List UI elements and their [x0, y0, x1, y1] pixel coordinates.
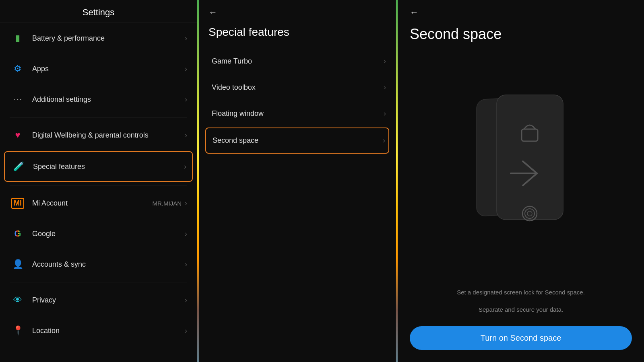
phone-illustration [398, 51, 644, 288]
sidebar-item-google[interactable]: G Google › [0, 218, 197, 249]
chevron-right-icon: › [184, 162, 186, 171]
chevron-right-icon: › [185, 95, 187, 104]
dots-icon: ⋯ [10, 91, 26, 107]
sidebar-item-label: Battery & performance [32, 34, 185, 43]
chevron-right-icon: › [185, 34, 187, 43]
feature-item-second-space[interactable]: Second space › [205, 128, 389, 154]
feature-item-video-toolbox[interactable]: Video toolbox › [199, 74, 396, 101]
divider [10, 282, 187, 282]
feature-label: Game Turbo [208, 57, 384, 66]
middle-panel: ← Special features Game Turbo › Video to… [199, 0, 396, 362]
middle-panel-title: Special features [199, 23, 396, 48]
sidebar-item-battery[interactable]: ▮ Battery & performance › [0, 23, 197, 53]
sidebar-item-label: Privacy [32, 296, 185, 304]
feature-label: Floating window [208, 109, 384, 118]
description-line1: Set a designated screen lock for Second … [398, 288, 644, 305]
settings-title: Settings [0, 0, 197, 23]
chevron-right-icon: › [185, 199, 187, 208]
right-panel-title: Second space [398, 23, 644, 51]
back-button[interactable]: ← [208, 7, 217, 18]
sidebar-item-mi-account[interactable]: MI Mi Account MR.MIJAN › [0, 188, 197, 218]
wellbeing-icon: ♥ [10, 127, 26, 143]
feature-label: Second space [209, 136, 383, 145]
sidebar-item-label: Google [32, 230, 185, 238]
sidebar-item-accounts[interactable]: 👤 Accounts & sync › [0, 249, 197, 280]
sidebar-item-label: Additional settings [32, 95, 185, 104]
sidebar-item-label: Accounts & sync [32, 260, 185, 269]
turn-on-second-space-button[interactable]: Turn on Second space [410, 326, 632, 350]
divider [10, 117, 187, 117]
right-back-button[interactable]: ← [410, 7, 419, 18]
chevron-right-icon: › [384, 109, 386, 118]
chevron-right-icon: › [185, 230, 187, 238]
battery-icon: ▮ [10, 30, 26, 46]
right-panel: ← Second space Set a designated screen l… [398, 0, 644, 362]
feature-label: Video toolbox [208, 83, 384, 92]
sidebar-item-label: Special features [33, 162, 184, 171]
chevron-right-icon: › [383, 136, 385, 145]
feature-item-game-turbo[interactable]: Game Turbo › [199, 48, 396, 74]
chevron-right-icon: › [384, 83, 386, 92]
left-panel: Settings ▮ Battery & performance › ⚙ App… [0, 0, 197, 362]
chevron-right-icon: › [185, 327, 187, 335]
sidebar-item-location[interactable]: 📍 Location › [0, 315, 197, 346]
special-features-icon: 🧪 [10, 158, 27, 175]
sidebar-item-special[interactable]: 🧪 Special features › [4, 151, 193, 182]
mi-icon: MI [10, 195, 26, 211]
sidebar-item-additional[interactable]: ⋯ Additional settings › [0, 84, 197, 115]
location-icon: 📍 [10, 323, 26, 339]
chevron-right-icon: › [185, 131, 187, 140]
sidebar-item-label: Mi Account [32, 199, 153, 208]
chevron-right-icon: › [185, 65, 187, 73]
sidebar-item-privacy[interactable]: 👁 Privacy › [0, 285, 197, 315]
privacy-icon: 👁 [10, 292, 26, 308]
chevron-right-icon: › [185, 260, 187, 269]
svg-rect-1 [497, 95, 563, 220]
sidebar-item-wellbeing[interactable]: ♥ Digital Wellbeing & parental controls … [0, 120, 197, 150]
chevron-right-icon: › [185, 296, 187, 304]
divider [10, 185, 187, 185]
chevron-right-icon: › [384, 57, 386, 66]
sidebar-item-apps[interactable]: ⚙ Apps › [0, 53, 197, 84]
gear-icon: ⚙ [10, 61, 26, 77]
mi-account-sub: MR.MIJAN [153, 200, 182, 207]
sidebar-item-label: Digital Wellbeing & parental controls [32, 131, 185, 140]
sidebar-item-label: Apps [32, 65, 185, 73]
accounts-icon: 👤 [10, 256, 26, 272]
sidebar-item-label: Location [32, 327, 185, 335]
description-line2: Separate and secure your data. [398, 305, 644, 323]
right-panel-header: ← [398, 0, 644, 23]
feature-item-floating-window[interactable]: Floating window › [199, 101, 396, 127]
google-icon: G [10, 226, 26, 242]
middle-panel-header: ← [199, 0, 396, 23]
second-space-illustration [452, 89, 589, 250]
